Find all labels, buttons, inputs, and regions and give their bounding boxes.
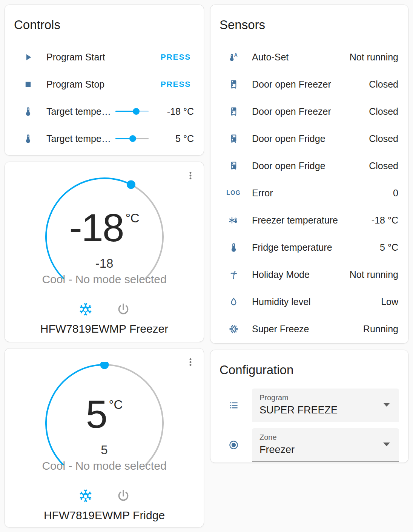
card-title: Controls xyxy=(14,18,195,32)
fridge-top-icon xyxy=(227,106,240,117)
temperature-unit: °C xyxy=(126,212,140,247)
power-off-icon[interactable] xyxy=(116,302,131,318)
control-row-program-stop[interactable]: Program Stop PRESS xyxy=(5,71,204,98)
cool-mode-snowflake-icon[interactable] xyxy=(78,302,93,318)
thermometer-icon xyxy=(21,134,34,144)
log-icon: LOG xyxy=(227,190,240,196)
card-title: Configuration xyxy=(220,363,399,377)
program-select[interactable]: Program SUPER FREEZE xyxy=(252,389,399,422)
water-drop-icon xyxy=(227,297,240,307)
thermostat-card-freezer: -18 °C -18 Cool - No mode selected HFW78… xyxy=(5,162,204,342)
press-button[interactable]: PRESS xyxy=(158,77,194,91)
sensor-state: Not running xyxy=(350,269,398,280)
sensor-state: Low xyxy=(362,296,398,307)
sensor-state: 5 °C xyxy=(362,242,398,253)
target-temperature: -18 xyxy=(69,208,123,247)
sensor-state: Running xyxy=(362,324,398,335)
more-options-icon[interactable] xyxy=(183,170,198,183)
temperature-unit: °C xyxy=(109,398,123,434)
sensor-row-door-open-freezer[interactable]: Door open Freezer Closed xyxy=(210,71,408,98)
zone-select[interactable]: Zone Freezer xyxy=(252,428,399,462)
thermostat-card-fridge: 5 °C 5 Cool - No mode selected HFW7819EW… xyxy=(5,348,204,527)
sensors-card: Sensors Auto-Set Not running Door open F… xyxy=(210,5,408,344)
dropdown-caret-icon xyxy=(383,443,390,446)
sensor-state: Closed xyxy=(362,79,398,90)
sensor-state: Not running xyxy=(350,52,398,63)
configuration-card: Configuration Program SUPER FREEZE Zone … xyxy=(210,350,408,463)
sensor-row-door-open-fridge[interactable]: Door open Fridge Closed xyxy=(210,152,408,179)
sensor-row-freezer-temperature[interactable]: Freezer temperature -18 °C xyxy=(210,207,408,234)
thermostat-dial: 5 °C 5 Cool - No mode selected xyxy=(39,362,170,482)
sensor-row-fridge-temperature[interactable]: Fridge temperature 5 °C xyxy=(210,234,408,261)
hvac-mode-text: Cool - No mode selected xyxy=(39,273,170,286)
control-label: Program Start xyxy=(46,52,158,63)
snowflake-icon xyxy=(227,324,240,334)
sensor-state: 0 xyxy=(362,188,398,199)
target-temp-slider[interactable] xyxy=(115,135,149,142)
thermostat-name: HFW7819EWMP Fridge xyxy=(5,509,204,522)
control-label: Target temperatur… xyxy=(46,133,112,144)
control-label: Program Stop xyxy=(46,79,158,90)
sensor-row-humidity-level[interactable]: Humidity level Low xyxy=(210,288,408,315)
fridge-bottom-icon xyxy=(227,134,240,144)
control-value: -18 °C xyxy=(158,106,194,117)
more-options-icon[interactable] xyxy=(183,356,198,369)
sensor-row-door-open-freezer[interactable]: Door open Freezer Closed xyxy=(210,98,408,125)
hvac-mode-text: Cool - No mode selected xyxy=(39,460,170,472)
sensor-state: Closed xyxy=(362,106,398,117)
cool-mode-snowflake-icon[interactable] xyxy=(78,488,93,504)
config-row-zone: Zone Freezer xyxy=(227,428,399,462)
thermometer-auto-icon xyxy=(227,52,240,62)
stop-icon xyxy=(21,79,34,89)
snowflake-thermometer-icon xyxy=(227,215,240,225)
control-row-program-start[interactable]: Program Start PRESS xyxy=(5,43,204,71)
control-value: 5 °C xyxy=(158,133,194,144)
control-row-target-temp-fridge[interactable]: Target temperatur… 5 °C xyxy=(5,125,204,152)
select-value: SUPER FREEZE xyxy=(259,404,378,416)
fridge-top-icon xyxy=(227,79,240,89)
dashboard: Controls Program Start PRESS Program Sto… xyxy=(0,0,413,532)
play-icon xyxy=(21,52,34,62)
list-icon xyxy=(227,400,240,410)
thermometer-icon xyxy=(21,106,34,117)
sensor-row-error[interactable]: LOG Error 0 xyxy=(210,179,408,207)
power-off-icon[interactable] xyxy=(116,488,131,504)
sensor-state: Closed xyxy=(362,160,398,171)
sensor-state: Closed xyxy=(362,133,398,144)
sensor-row-auto-set[interactable]: Auto-Set Not running xyxy=(210,43,408,71)
target-temp-slider[interactable] xyxy=(115,108,149,115)
palm-tree-icon xyxy=(227,270,240,280)
sensor-row-super-freeze[interactable]: Super Freeze Running xyxy=(210,315,408,342)
controls-card: Controls Program Start PRESS Program Sto… xyxy=(5,5,204,156)
sensor-row-holiday-mode[interactable]: Holiday Mode Not running xyxy=(210,261,408,288)
current-temperature: -18 xyxy=(39,256,170,271)
control-label: Target temperatur… xyxy=(46,106,112,117)
config-row-program: Program SUPER FREEZE xyxy=(227,389,399,422)
target-temperature: 5 xyxy=(86,395,107,434)
fridge-bottom-icon xyxy=(227,161,240,171)
press-button[interactable]: PRESS xyxy=(158,50,194,64)
slider-knob[interactable] xyxy=(129,135,136,142)
thermometer-icon xyxy=(227,242,240,253)
sensor-state: -18 °C xyxy=(362,215,398,226)
thermostat-dial: -18 °C -18 Cool - No mode selected xyxy=(39,176,170,296)
dropdown-caret-icon xyxy=(383,403,390,407)
slider-knob[interactable] xyxy=(133,108,140,115)
sensor-row-door-open-fridge[interactable]: Door open Fridge Closed xyxy=(210,125,408,152)
radiobox-marked-icon xyxy=(227,440,240,450)
card-title: Sensors xyxy=(220,18,399,32)
current-temperature: 5 xyxy=(39,443,170,457)
select-label: Zone xyxy=(259,433,378,442)
thermostat-name: HFW7819EWMP Freezer xyxy=(5,322,204,335)
select-label: Program xyxy=(259,393,378,402)
control-row-target-temp-freezer[interactable]: Target temperatur… -18 °C xyxy=(5,98,204,125)
select-value: Freezer xyxy=(259,444,378,456)
